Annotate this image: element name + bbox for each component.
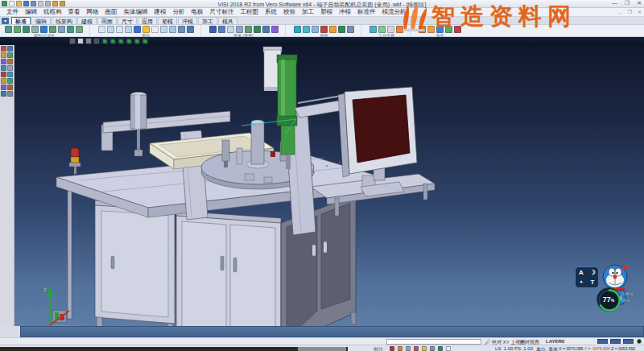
toolbar-icon[interactable] (254, 26, 261, 33)
toolbar-icon[interactable] (436, 26, 444, 33)
toolbar-icon[interactable] (23, 26, 30, 33)
draw-tool-icon[interactable] (7, 78, 13, 84)
annotation-toggle[interactable]: 批注 (374, 346, 383, 351)
close-button[interactable]: ✕ (637, 0, 642, 6)
menu-item[interactable]: ? (410, 9, 419, 16)
view-cube-icon[interactable] (85, 38, 92, 44)
widget-shortcut-box[interactable]: A ☽ ✦ T (575, 266, 599, 288)
ribbon-tab[interactable]: 建模 (77, 17, 97, 24)
doc-restore-button[interactable]: ❐ (628, 9, 632, 14)
ribbon-tab[interactable]: 尺寸 (118, 17, 137, 24)
view-cube-icon[interactable] (101, 38, 108, 44)
toolbar-icon[interactable] (134, 26, 141, 33)
menu-item[interactable]: 工程图 (237, 8, 262, 16)
widget-letter-t[interactable]: T (591, 278, 595, 287)
3d-viewport[interactable]: Z X A ☽ ✦ T (14, 45, 644, 326)
toolbar-icon[interactable] (151, 26, 159, 33)
view-cube-icon[interactable] (93, 38, 100, 44)
copy-icon[interactable] (45, 1, 51, 6)
menu-item[interactable]: 线框构 (40, 8, 65, 16)
view-cube-icon[interactable] (126, 38, 132, 44)
toolbar-icon[interactable] (262, 26, 270, 33)
view-cube-icon[interactable] (134, 38, 140, 44)
toolbar-icon[interactable] (178, 26, 185, 33)
annotation-icon[interactable] (390, 346, 394, 351)
toolbar-icon[interactable] (31, 26, 39, 33)
toolbar-icon[interactable] (67, 26, 74, 33)
menu-item[interactable]: 分析 (170, 8, 188, 16)
menu-item[interactable]: 编辑 (22, 8, 40, 16)
menu-item[interactable]: 建模 (151, 8, 170, 16)
ribbon-tab[interactable]: 画面 (97, 17, 117, 24)
draw-tool-icon[interactable] (1, 52, 6, 58)
grid-icon[interactable] (446, 346, 451, 351)
prompt-input-area[interactable] (20, 326, 644, 337)
layer-blocks[interactable] (597, 339, 634, 344)
highlight-icon[interactable] (398, 346, 402, 351)
toolbar-icon[interactable] (427, 26, 435, 33)
new-file-icon[interactable] (9, 1, 14, 6)
toolbar-icon[interactable] (419, 26, 426, 33)
toolbar-icon[interactable] (160, 26, 167, 33)
toolbar-icon[interactable] (142, 26, 150, 33)
toolbar-icon[interactable] (445, 26, 452, 33)
toolbar-icon[interactable] (303, 26, 310, 33)
draw-tool-icon[interactable] (7, 52, 13, 58)
toolbar-icon[interactable] (236, 26, 243, 33)
widget-letter-a[interactable]: A (579, 268, 584, 277)
toolbar-icon[interactable] (312, 26, 319, 33)
clock-icon[interactable] (438, 346, 443, 351)
draw-tool-icon[interactable] (7, 59, 13, 64)
save-all-icon[interactable] (31, 1, 36, 6)
toolbar-icon[interactable] (369, 26, 377, 33)
toolbar-icon[interactable] (218, 26, 225, 33)
draw-tool-icon[interactable] (7, 46, 13, 52)
ribbon-tab[interactable]: 编辑 (31, 17, 51, 24)
status-circle-icon[interactable] (637, 339, 642, 344)
toolbar-icon[interactable] (187, 26, 194, 33)
ribbon-tab[interactable]: 加工 (198, 17, 217, 24)
doc-close-button[interactable]: ✕ (638, 9, 642, 14)
menu-item[interactable]: 查看 (65, 8, 84, 16)
toolbar-icon[interactable] (271, 26, 279, 33)
ribbon-tab[interactable]: 冲模 (178, 17, 197, 24)
toolbar-icon[interactable] (245, 26, 252, 33)
draw-tool-icon[interactable] (1, 91, 6, 97)
toolbar-icon[interactable] (14, 26, 21, 33)
toolbar-icon[interactable] (76, 26, 83, 33)
menu-item[interactable]: 冲模 (336, 8, 354, 16)
save-icon[interactable] (23, 1, 29, 6)
toolbar-icon[interactable] (169, 26, 176, 33)
menu-item[interactable]: 系统 (262, 8, 280, 16)
menu-item[interactable]: 尺寸标注 (207, 8, 237, 16)
ribbon-tab[interactable]: 线架构 (52, 17, 76, 24)
app-logo-icon[interactable] (2, 1, 7, 6)
draw-tool-icon[interactable] (1, 85, 6, 90)
toolbar-icon[interactable] (40, 26, 47, 33)
ribbon-tab[interactable]: 应用 (138, 17, 157, 24)
user-icon[interactable] (406, 346, 411, 351)
toolbar-icon[interactable] (320, 26, 328, 33)
memory-usage-ring[interactable]: 77% (597, 287, 621, 312)
view-cube-icon[interactable] (109, 38, 116, 44)
draw-tool-icon[interactable] (7, 72, 13, 77)
view-cube-icon[interactable] (69, 38, 76, 44)
toolbar-icon[interactable] (454, 26, 461, 33)
draw-tool-icon[interactable] (1, 46, 6, 52)
draw-tool-icon[interactable] (1, 72, 6, 77)
menu-item[interactable]: 文件 (3, 8, 22, 16)
view-cube-icon[interactable] (142, 38, 148, 44)
toolbar-icon[interactable] (125, 26, 132, 33)
desktop-overlay-widget[interactable]: A ☽ ✦ T (570, 262, 644, 325)
menu-item[interactable]: 加工 (299, 8, 317, 16)
layers-icon[interactable] (430, 346, 435, 351)
draw-tool-icon[interactable] (1, 65, 6, 71)
ribbon-tab[interactable]: 塑模 (158, 17, 177, 24)
menu-item[interactable]: 标准件 (354, 8, 379, 16)
note-icon[interactable] (422, 346, 427, 351)
draw-tool-icon[interactable] (1, 59, 6, 64)
draw-tool-icon[interactable] (7, 65, 13, 71)
toolbar-icon[interactable] (98, 26, 105, 33)
command-search-input[interactable] (386, 339, 481, 345)
restore-button[interactable]: ❐ (625, 0, 630, 6)
